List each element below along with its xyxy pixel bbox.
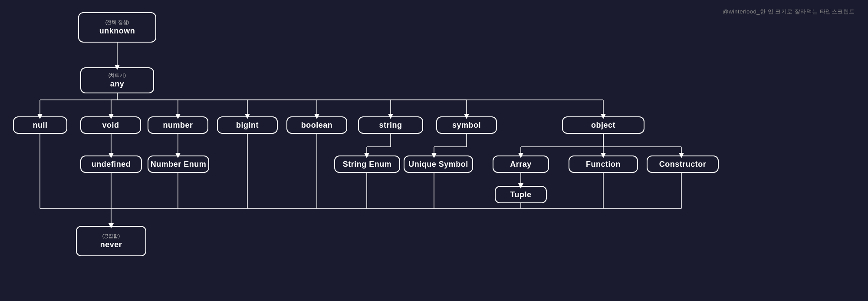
- node-array-label: Array: [510, 160, 532, 169]
- node-string-enum: String Enum: [334, 155, 400, 173]
- node-bigint-label: bigint: [236, 121, 259, 130]
- node-unique-symbol: Unique Symbol: [404, 155, 473, 173]
- node-number-enum-label: Number Enum: [151, 160, 207, 169]
- node-undefined-label: undefined: [92, 160, 131, 169]
- node-any-label: any: [110, 79, 125, 89]
- node-string-label: string: [379, 121, 402, 130]
- node-never-label: never: [100, 240, 122, 249]
- node-tuple-label: Tuple: [510, 190, 531, 199]
- node-unknown: (전체 집합) unknown: [78, 12, 156, 43]
- node-any-sublabel: (치트키): [108, 72, 126, 79]
- node-number-label: number: [163, 121, 193, 130]
- node-object: object: [562, 116, 644, 134]
- node-array: Array: [493, 155, 549, 173]
- node-void: void: [80, 116, 141, 134]
- node-never-sublabel: (공집합): [102, 233, 120, 239]
- node-number: number: [148, 116, 208, 134]
- node-symbol-label: symbol: [452, 121, 481, 130]
- node-unique-symbol-label: Unique Symbol: [408, 160, 468, 169]
- node-any: (치트키) any: [80, 67, 154, 93]
- node-string-enum-label: String Enum: [343, 160, 392, 169]
- node-object-label: object: [591, 121, 615, 130]
- node-undefined: undefined: [80, 155, 142, 173]
- node-boolean: boolean: [286, 116, 347, 134]
- node-unknown-sublabel: (전체 집합): [105, 19, 129, 26]
- node-boolean-label: boolean: [301, 121, 333, 130]
- node-unknown-label: unknown: [99, 26, 135, 36]
- node-number-enum: Number Enum: [148, 155, 209, 173]
- node-bigint: bigint: [217, 116, 278, 134]
- node-tuple: Tuple: [495, 186, 547, 203]
- node-constructor-label: Constructor: [659, 160, 707, 169]
- node-never: (공집합) never: [76, 226, 146, 256]
- node-constructor: Constructor: [647, 155, 719, 173]
- node-symbol: symbol: [436, 116, 497, 134]
- node-null: null: [13, 116, 67, 134]
- node-void-label: void: [102, 121, 119, 130]
- node-function: Function: [569, 155, 638, 173]
- node-null-label: null: [33, 121, 48, 130]
- watermark: @winterlood_한 입 크기로 잘라먹는 타입스크립트: [723, 8, 855, 16]
- node-function-label: Function: [586, 160, 621, 169]
- node-string: string: [358, 116, 423, 134]
